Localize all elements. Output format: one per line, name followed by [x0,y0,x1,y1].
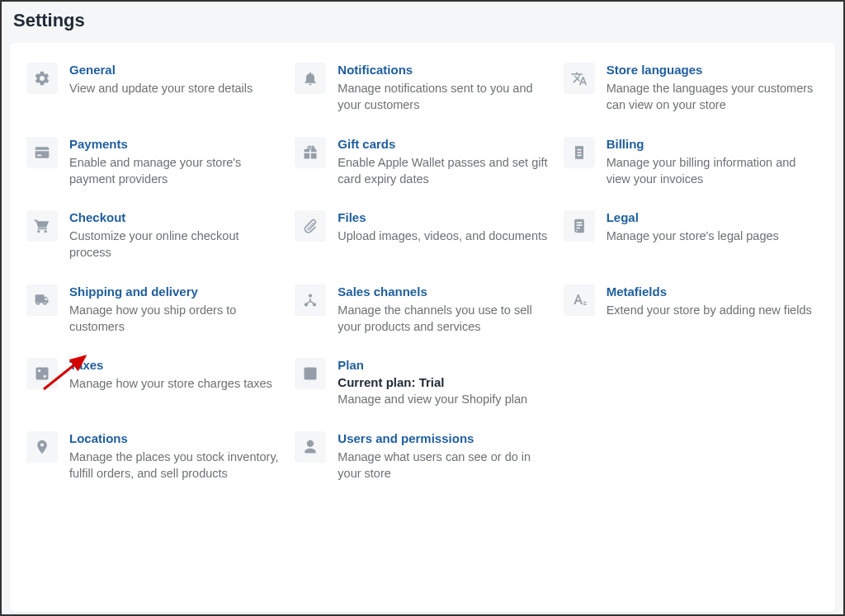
item-title: Shipping and delivery [69,284,281,299]
item-desc: Manage the languages your customers can … [607,80,819,114]
settings-item-general[interactable]: General View and update your store detai… [26,63,281,114]
item-desc: Manage the channels you use to sell your… [338,302,550,336]
settings-item-sales-channels[interactable]: Sales channels Manage the channels you u… [295,284,550,336]
bell-icon [295,63,326,94]
item-desc: Upload images, videos, and documents [338,228,550,244]
item-title: Legal [607,210,819,224]
item-title: Gift cards [338,137,550,151]
gift-icon [295,137,326,168]
cart-icon [26,210,58,242]
item-subtitle: Current plan: Trial [338,375,550,389]
item-desc: Manage how your store charges taxes [69,375,281,392]
item-desc: Customize your online checkout process [69,228,281,261]
item-desc: Manage notifications sent to you and you… [338,80,550,114]
settings-item-billing[interactable]: Billing Manage your billing information … [564,137,819,188]
settings-item-notifications[interactable]: Notifications Manage notifications sent … [295,63,550,114]
item-title: Store languages [607,63,819,77]
item-title: General [69,63,281,77]
item-desc: Manage your billing information and view… [607,154,819,188]
item-desc: Enable Apple Wallet passes and set gift … [338,154,550,188]
item-title: Metafields [607,284,819,299]
item-desc: Manage what users can see or do in your … [338,449,550,482]
gear-icon [26,63,58,94]
item-title: Taxes [69,358,281,372]
settings-card: General View and update your store detai… [10,43,835,612]
item-title: Plan [338,358,550,372]
attachment-icon [295,210,326,242]
truck-icon [26,284,58,316]
item-title: Sales channels [338,284,550,299]
settings-item-metafields[interactable]: Metafields Extend your store by adding n… [564,284,819,336]
item-desc: View and update your store details [69,80,281,96]
item-title: Notifications [338,63,550,77]
item-desc: Manage your store's legal pages [607,228,819,244]
settings-item-shipping[interactable]: Shipping and delivery Manage how you shi… [26,284,281,336]
item-desc: Manage the places you stock inventory, f… [69,449,281,482]
item-title: Files [338,210,550,224]
item-title: Users and permissions [338,431,550,445]
settings-item-payments[interactable]: Payments Enable and manage your store's … [26,137,281,188]
item-desc: Manage how you ship orders to customers [69,302,281,336]
document-icon [564,210,595,242]
item-desc: Manage and view your Shopify plan [338,391,550,407]
settings-item-checkout[interactable]: Checkout Customize your online checkout … [26,210,281,261]
item-title: Payments [69,137,281,151]
settings-item-taxes[interactable]: Taxes Manage how your store charges taxe… [26,358,281,407]
translate-icon [564,63,595,94]
list-icon [295,358,326,389]
settings-item-legal[interactable]: Legal Manage your store's legal pages [564,210,819,261]
settings-item-giftcards[interactable]: Gift cards Enable Apple Wallet passes an… [295,137,550,188]
settings-item-users[interactable]: Users and permissions Manage what users … [295,431,550,482]
settings-item-files[interactable]: Files Upload images, videos, and documen… [295,210,550,261]
settings-item-locations[interactable]: Locations Manage the places you stock in… [26,431,281,482]
settings-grid: General View and update your store detai… [26,63,819,482]
item-title: Checkout [69,210,281,224]
settings-item-languages[interactable]: Store languages Manage the languages you… [564,63,819,114]
text-format-icon [564,284,595,316]
item-title: Locations [69,431,281,445]
receipt-icon [564,137,595,168]
settings-item-plan[interactable]: Plan Current plan: Trial Manage and view… [295,358,550,407]
item-desc: Extend your store by adding new fields [607,302,819,318]
nodes-icon [295,284,326,316]
percent-icon [26,358,58,389]
pin-icon [26,431,58,463]
item-title: Billing [607,137,819,151]
item-desc: Enable and manage your store's payment p… [69,154,281,188]
user-icon [295,431,326,463]
page-title: Settings [2,2,843,36]
card-icon [26,137,58,168]
